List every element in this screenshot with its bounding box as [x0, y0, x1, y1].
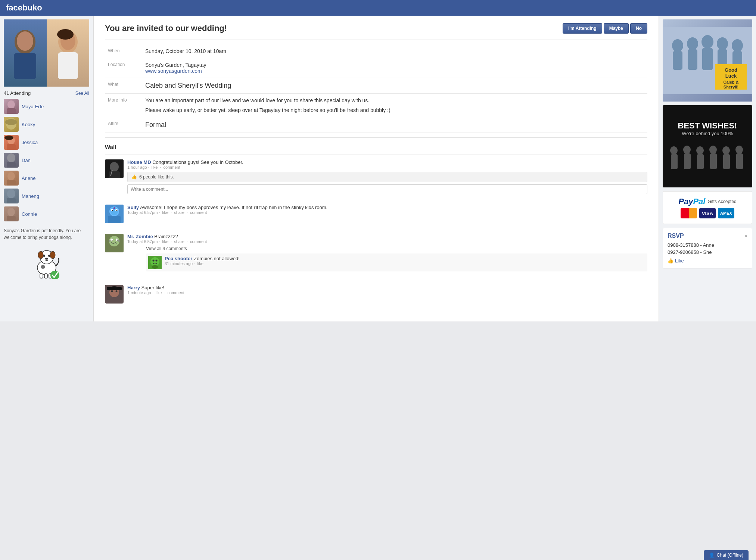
no-button[interactable]: No [630, 23, 647, 34]
location-label: Location [105, 58, 142, 78]
attendee-name-arlene[interactable]: Arlene [22, 175, 36, 181]
post-author-housemd[interactable]: House MD [127, 159, 151, 165]
post-text-harry: Super like! [141, 285, 164, 290]
svg-text:Sheryll!: Sheryll! [724, 85, 738, 89]
attendee-name-dan[interactable]: Dan [22, 158, 31, 163]
amex-icon: AMEX [718, 208, 734, 218]
location-url[interactable]: www.sonyasgarden.com [145, 68, 202, 74]
location-value: Sonya's Garden, Tagaytay www.sonyasgarde… [142, 58, 647, 78]
avatar-zombie [105, 234, 124, 252]
svg-rect-21 [7, 216, 16, 221]
svg-point-65 [672, 39, 683, 52]
post-time-harry: 1 minute ago [127, 290, 151, 295]
event-title-row: You are invited to our wedding! I'm Atte… [105, 23, 647, 34]
attendee-name-kooky[interactable]: Kooky [22, 122, 35, 127]
svg-point-10 [5, 119, 17, 125]
attendee-item[interactable]: Arlene [4, 171, 89, 186]
post-like-housemd[interactable]: like [152, 165, 158, 169]
likes-count-housemd: 6 people like this. [139, 174, 174, 180]
post-comment-zombie[interactable]: comment [190, 239, 207, 244]
nested-comments-zombie: View all 4 comments [146, 246, 647, 271]
dog-icon [4, 245, 89, 283]
rsvp-like-button[interactable]: 👍 Like [668, 258, 747, 264]
wall-divider2 [105, 155, 647, 155]
post-meta-sully: Today at 6:57pm · like · share · comment [127, 210, 647, 215]
attendee-item[interactable]: Jessica [4, 135, 89, 150]
more-info-line1: You are an important part of our lives a… [145, 97, 644, 103]
svg-point-2 [17, 31, 33, 51]
location-row: Location Sonya's Garden, Tagaytay www.so… [105, 58, 647, 78]
logo: facebuko [6, 3, 42, 12]
svg-point-6 [57, 29, 74, 40]
attendee-name-jessica[interactable]: Jessica [22, 140, 38, 145]
svg-point-67 [687, 37, 698, 50]
divider [105, 40, 647, 40]
ad-bestwishes: BEST WISHES! We're behind you 100% [663, 105, 752, 187]
avatar-sully [105, 205, 124, 223]
nested-author[interactable]: Pea shooter [165, 256, 192, 261]
post-author-zombie[interactable]: Mr. Zombie [127, 234, 153, 239]
wall-header: Wall [105, 144, 647, 150]
nested-like[interactable]: like [197, 261, 203, 266]
avatar-connie [4, 206, 19, 221]
thumbs-up-icon: 👍 [131, 174, 137, 180]
rsvp-box: RSVP × 0908-3157888 - Anne 0927-9206858 … [663, 228, 752, 268]
svg-point-69 [701, 35, 713, 49]
maybe-button[interactable]: Maybe [604, 23, 629, 34]
post-comment-housemd[interactable]: comment [164, 165, 180, 169]
nested-time: 31 minutes ago [165, 261, 193, 266]
avatar-peashooter [148, 256, 162, 269]
post-text-sully: Awesome! I hope my boss approves my leav… [140, 205, 327, 210]
attendee-item[interactable]: Connie [4, 206, 89, 221]
svg-text:Good: Good [725, 67, 737, 73]
svg-rect-83 [684, 153, 691, 169]
post-author-sully[interactable]: Sully [127, 205, 139, 210]
view-comments-link[interactable]: View all 4 comments [146, 246, 647, 251]
what-value: Caleb and Sheryll's Wedding [142, 78, 647, 94]
post-share-sully[interactable]: share [174, 210, 184, 215]
svg-point-44 [116, 210, 118, 211]
svg-point-50 [112, 240, 113, 241]
attendee-name-maneng[interactable]: Maneng [22, 193, 39, 199]
svg-rect-81 [671, 154, 678, 169]
attendee-item[interactable]: Kooky [4, 117, 89, 132]
post-like-harry[interactable]: like [156, 290, 162, 295]
what-label: What [105, 78, 142, 94]
svg-point-7 [7, 100, 15, 109]
ad-goodluck: Good Luck Caleb & Sheryll! [663, 19, 752, 102]
wall-post-housemd: House MD Congratulations guys! See you i… [105, 159, 647, 199]
main-layout: 41 Attending See All Maya Erfe Kooky Jes… [0, 16, 756, 321]
see-all-link[interactable]: See All [75, 91, 89, 96]
post-content-harry: Harry Super like! 1 minute ago · like · … [127, 285, 647, 304]
attendee-name-connie[interactable]: Connie [22, 211, 37, 217]
post-comment-harry[interactable]: comment [168, 290, 184, 295]
card-icons: VISA AMEX [668, 208, 747, 218]
attendee-item[interactable]: Dan [4, 153, 89, 168]
post-time-sully: Today at 6:57pm [127, 210, 158, 215]
rsvp-box-header: RSVP × [668, 233, 747, 239]
attendee-item[interactable]: Maya Erfe [4, 99, 89, 114]
post-like-zombie[interactable]: like [162, 239, 169, 244]
comment-input-housemd[interactable] [127, 184, 647, 194]
svg-rect-1 [14, 53, 36, 79]
paypal-gifts: Gifts Accepted [707, 199, 736, 204]
post-share-zombie[interactable]: share [174, 239, 184, 244]
avatar-maneng [4, 189, 19, 203]
svg-point-35 [110, 162, 119, 172]
attending-button[interactable]: I'm Attending [563, 23, 602, 34]
post-like-sully[interactable]: like [162, 210, 169, 215]
post-meta-harry: 1 minute ago · like · comment [127, 290, 647, 295]
post-author-harry[interactable]: Harry [127, 285, 140, 290]
svg-point-58 [152, 265, 158, 269]
rsvp-like-label: Like [675, 258, 684, 264]
svg-rect-15 [7, 162, 16, 168]
cover-photo [4, 19, 89, 87]
post-comment-sully[interactable]: comment [190, 210, 207, 215]
post-content-sully: Sully Awesome! I hope my boss approves m… [127, 205, 647, 223]
rsvp-close-button[interactable]: × [744, 233, 747, 239]
svg-point-71 [717, 37, 728, 50]
attendee-item[interactable]: Maneng [4, 189, 89, 203]
attendee-name-maya[interactable]: Maya Erfe [22, 104, 44, 109]
svg-point-90 [735, 146, 743, 154]
sidebar-note: Sonya's Garden is pet friendly. You are … [4, 227, 89, 241]
